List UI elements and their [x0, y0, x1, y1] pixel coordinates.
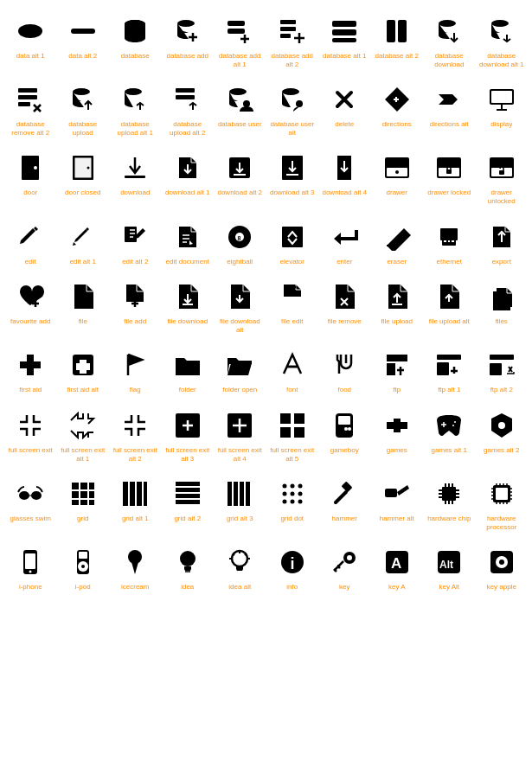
icon-item-delete: delete — [318, 77, 371, 142]
download-alt1-label: download alt 1 — [165, 189, 210, 197]
database-label: database — [121, 52, 150, 61]
svg-rect-17 — [18, 88, 37, 93]
download-alt2-icon — [222, 150, 257, 185]
svg-point-110 — [81, 565, 85, 568]
svg-rect-76 — [80, 500, 87, 505]
idea-label: idea — [181, 583, 194, 592]
icon-item-key-alt: Altkey Alt — [423, 540, 476, 597]
svg-point-15 — [439, 20, 456, 27]
edit-alt1-icon — [66, 220, 100, 254]
svg-point-111 — [128, 550, 142, 564]
gameboy-label: gameboy — [330, 446, 359, 455]
elevator-label: elevator — [280, 258, 304, 266]
info-label: info — [286, 583, 298, 592]
icon-item-edit-alt1: edit alt 1 — [57, 214, 110, 272]
icon-item-flag: flag — [109, 342, 162, 400]
svg-rect-11 — [332, 29, 356, 35]
first-aid-icon — [13, 348, 48, 382]
svg-rect-53 — [440, 228, 458, 240]
icon-item-key-a: Akey A — [371, 540, 424, 597]
fullscreen-exit-alt1-icon — [66, 408, 100, 443]
icon-item-download-alt2: download alt 2 — [214, 145, 266, 210]
ethernet-icon — [432, 220, 466, 254]
icon-item-database-alt1: database alt 1 — [318, 9, 371, 74]
grid-dot-icon — [275, 476, 310, 511]
games-alt1-icon — [432, 408, 466, 443]
database-remove-alt2-label: database remove alt 2 — [6, 120, 55, 137]
icon-item-eraser: eraser — [371, 214, 424, 272]
fullscreen-exit-alt4-label: full screen exit alt 4 — [215, 446, 265, 463]
icon-item-data-alt-1: data alt 1 — [4, 9, 57, 74]
drawer-unlocked-label: drawer unlocked — [478, 189, 527, 205]
svg-point-96 — [282, 500, 286, 504]
i-phone-icon — [13, 545, 48, 579]
file-edit-icon — [275, 279, 310, 314]
svg-point-93 — [282, 492, 286, 496]
svg-point-68 — [31, 491, 42, 500]
svg-point-92 — [298, 484, 302, 489]
games-alt2-icon — [484, 408, 519, 443]
icon-item-directions-alt: directions alt — [423, 77, 476, 142]
icon-item-file-edit: file edit — [266, 274, 319, 339]
svg-point-106 — [29, 571, 32, 573]
database-alt1-label: database alt 1 — [323, 52, 366, 61]
key-apple-label: key apple — [487, 583, 516, 592]
fullscreen-exit-alt3-icon — [170, 408, 205, 443]
icon-item-drawer-locked: drawer locked — [423, 145, 476, 210]
icon-item-database-user: database user — [214, 77, 266, 142]
svg-point-90 — [282, 484, 286, 489]
export-label: export — [492, 258, 511, 266]
icon-item-enter: enter — [318, 214, 371, 272]
svg-rect-82 — [176, 482, 200, 486]
svg-rect-77 — [89, 500, 94, 505]
grid-icon — [66, 476, 100, 511]
delete-label: delete — [335, 120, 354, 129]
key-alt-label: key Alt — [439, 583, 459, 592]
door-label: door — [23, 189, 37, 197]
data-alt-2-icon — [66, 14, 100, 48]
svg-rect-58 — [490, 355, 514, 360]
svg-text:Alt: Alt — [439, 559, 453, 571]
icon-item-idea-alt: idea alt — [214, 540, 266, 597]
fullscreen-exit-alt4-icon — [222, 408, 257, 443]
svg-rect-9 — [280, 34, 291, 38]
icon-item-folder-open: folder open — [214, 342, 266, 400]
icon-item-download-alt3: download alt 3 — [266, 145, 319, 210]
svg-rect-84 — [176, 494, 200, 498]
drawer-unlocked-icon — [484, 150, 519, 185]
food-label: food — [337, 386, 351, 394]
svg-rect-73 — [80, 491, 87, 498]
svg-rect-18 — [18, 95, 37, 99]
icon-item-font: font — [266, 342, 319, 400]
icon-item-database-download-alt1: database download alt 1 — [476, 9, 529, 74]
file-edit-label: file edit — [281, 317, 303, 326]
svg-rect-5 — [228, 21, 245, 26]
ethernet-label: ethernet — [437, 258, 462, 266]
i-phone-label: i-phone — [19, 583, 42, 592]
folder-label: folder — [179, 386, 196, 394]
svg-rect-89 — [246, 482, 250, 506]
icon-item-export: export — [476, 214, 529, 272]
icon-item-file-remove: file remove — [318, 274, 371, 339]
hammer-label: hammer — [332, 515, 357, 523]
data-alt-2-label: data alt 2 — [68, 52, 97, 61]
file-download-label: file download — [167, 317, 208, 326]
enter-label: enter — [337, 258, 352, 266]
icon-item-fullscreen-exit-alt4: full screen exit alt 4 — [214, 403, 266, 468]
icon-item-hammer: hammer — [318, 471, 371, 536]
icon-item-hardware-processor: hardware processor — [476, 471, 529, 536]
icon-item-grid-dot: grid dot — [266, 471, 319, 536]
icon-item-games-alt1: games alt 1 — [423, 403, 476, 468]
idea-icon — [170, 545, 205, 579]
icon-item-file-add: file add — [109, 274, 162, 339]
database-alt2-label: database alt 2 — [375, 52, 419, 61]
first-aid-label: first aid — [19, 386, 42, 394]
svg-point-35 — [87, 167, 89, 169]
icon-item-directions: directions — [371, 77, 424, 142]
download-alt4-label: download alt 4 — [322, 189, 367, 197]
icon-item-i-phone: i-phone — [4, 540, 57, 597]
icon-item-grid-alt2: grid alt 2 — [162, 471, 215, 536]
svg-rect-108 — [79, 552, 87, 559]
favourite-add-icon — [13, 279, 48, 314]
svg-point-41 — [395, 170, 399, 174]
